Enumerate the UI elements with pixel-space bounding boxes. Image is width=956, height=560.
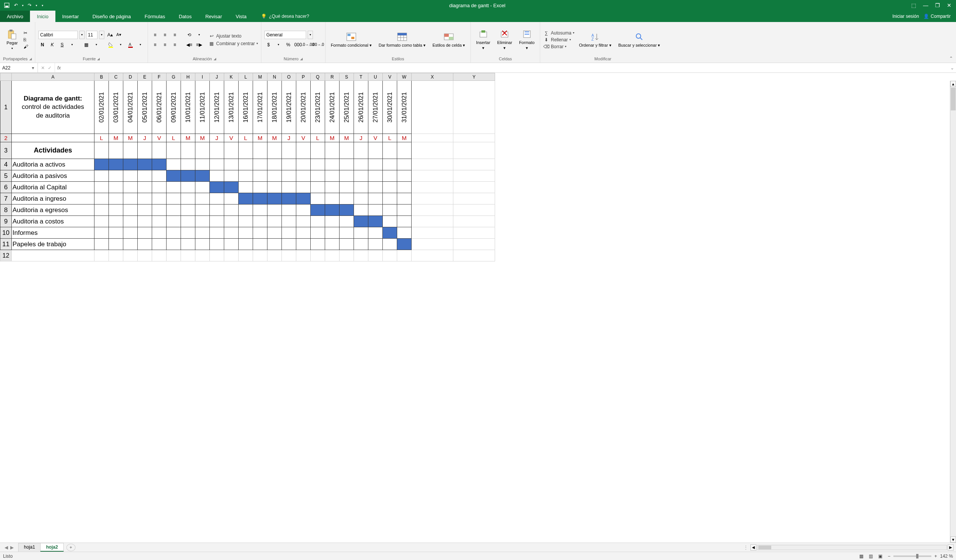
cell-date-20[interactable]: 30/01/2021	[383, 81, 397, 134]
bold-button[interactable]: N	[38, 41, 47, 49]
chevron-down-icon[interactable]: ▾	[92, 41, 101, 49]
cell[interactable]	[397, 159, 412, 170]
cell[interactable]	[412, 250, 453, 261]
cell[interactable]	[253, 182, 267, 193]
cell[interactable]	[167, 142, 181, 159]
cell[interactable]	[253, 159, 267, 170]
cell[interactable]	[397, 250, 412, 261]
col-header-K[interactable]: K	[224, 73, 239, 81]
cell[interactable]	[412, 227, 453, 239]
cell-date-16[interactable]: 24/01/2021	[325, 81, 340, 134]
cell[interactable]	[354, 170, 368, 182]
tab-split-handle[interactable]: ⋮	[744, 545, 748, 550]
cell[interactable]	[296, 250, 311, 261]
fill-button[interactable]: ⬇Rellenar▾	[543, 37, 574, 43]
row-header-4[interactable]: 4	[0, 159, 12, 170]
cell[interactable]	[453, 216, 495, 227]
row-header-9[interactable]: 9	[0, 216, 12, 227]
underline-button[interactable]: S	[58, 41, 66, 49]
tab-revisar[interactable]: Revisar	[198, 11, 229, 22]
cell[interactable]	[354, 204, 368, 216]
cell[interactable]	[253, 227, 267, 239]
cell[interactable]	[138, 250, 152, 261]
cell[interactable]	[397, 142, 412, 159]
increase-indent-icon[interactable]: ≡▶	[195, 41, 203, 49]
cell[interactable]	[239, 204, 253, 216]
chevron-down-icon[interactable]: ▾	[195, 31, 203, 39]
cell[interactable]	[282, 204, 296, 216]
cell[interactable]	[152, 239, 167, 250]
formula-input[interactable]	[63, 63, 948, 72]
cell[interactable]	[368, 227, 383, 239]
col-header-X[interactable]: X	[412, 73, 453, 81]
cell[interactable]	[210, 142, 224, 159]
cell[interactable]	[138, 193, 152, 204]
worksheet-grid[interactable]: ABCDEFGHIJKLMNOPQRSTUVWXY1Diagrama de ga…	[0, 73, 956, 543]
currency-icon[interactable]: $	[264, 41, 273, 49]
cell[interactable]	[340, 239, 354, 250]
select-all-cell[interactable]	[0, 73, 12, 81]
cell[interactable]	[181, 159, 195, 170]
cell[interactable]	[311, 216, 325, 227]
cell[interactable]	[296, 193, 311, 204]
cell[interactable]	[109, 204, 123, 216]
cell[interactable]	[109, 182, 123, 193]
decrease-decimal-icon[interactable]: .00→.0	[314, 41, 322, 49]
sheet-nav-next-icon[interactable]: ▶	[10, 545, 14, 550]
cell[interactable]	[195, 227, 210, 239]
cell-day-4[interactable]: V	[152, 134, 167, 142]
cell[interactable]	[368, 239, 383, 250]
align-top-icon[interactable]: ≡	[151, 31, 159, 39]
percent-icon[interactable]: %	[284, 41, 292, 49]
cell[interactable]	[167, 250, 181, 261]
cell[interactable]	[224, 250, 239, 261]
cell[interactable]	[253, 142, 267, 159]
cell-day-12[interactable]: M	[267, 134, 282, 142]
cell[interactable]	[412, 81, 453, 134]
cell[interactable]	[210, 204, 224, 216]
row-header-2[interactable]: 2	[0, 134, 12, 142]
tell-me[interactable]: 💡 ¿Qué desea hacer?	[261, 11, 309, 22]
cell[interactable]	[311, 159, 325, 170]
cell[interactable]	[340, 193, 354, 204]
thousands-icon[interactable]: 000	[294, 41, 302, 49]
expand-formula-icon[interactable]: ⌄	[948, 63, 956, 72]
col-header-O[interactable]: O	[282, 73, 296, 81]
cell[interactable]	[383, 250, 397, 261]
cell[interactable]	[109, 227, 123, 239]
cell[interactable]	[453, 193, 495, 204]
cell[interactable]	[325, 182, 340, 193]
tab-datos[interactable]: Datos	[172, 11, 198, 22]
col-header-Y[interactable]: Y	[453, 73, 495, 81]
sheet-nav-prev-icon[interactable]: ◀	[5, 545, 8, 550]
cell[interactable]	[239, 170, 253, 182]
cell[interactable]	[138, 204, 152, 216]
cell[interactable]	[383, 239, 397, 250]
cell[interactable]	[224, 216, 239, 227]
cell-date-3[interactable]: 05/01/2021	[138, 81, 152, 134]
cell[interactable]	[94, 204, 109, 216]
cell[interactable]	[453, 142, 495, 159]
cell[interactable]	[224, 193, 239, 204]
cell-A1[interactable]: Diagrama de gantt:control de actividades…	[12, 81, 94, 134]
format-as-table-button[interactable]: Dar formato como tabla ▾	[376, 30, 428, 49]
cell[interactable]	[167, 182, 181, 193]
cell-day-10[interactable]: L	[239, 134, 253, 142]
cell[interactable]	[195, 239, 210, 250]
chevron-down-icon[interactable]: ▾	[79, 31, 85, 39]
cell[interactable]	[152, 204, 167, 216]
cell[interactable]	[354, 142, 368, 159]
wrap-text-button[interactable]: ↩ Ajustar texto	[209, 33, 258, 39]
cell[interactable]	[267, 193, 282, 204]
decrease-indent-icon[interactable]: ◀≡	[185, 41, 193, 49]
cell[interactable]	[253, 204, 267, 216]
orientation-icon[interactable]: ⟲	[185, 31, 193, 39]
cell[interactable]	[253, 216, 267, 227]
cell[interactable]	[325, 170, 340, 182]
cell[interactable]	[325, 159, 340, 170]
cell[interactable]	[354, 182, 368, 193]
cell[interactable]	[253, 239, 267, 250]
view-page-break-icon[interactable]: ▣	[876, 553, 885, 560]
cell[interactable]	[123, 170, 138, 182]
cell[interactable]	[453, 81, 495, 134]
